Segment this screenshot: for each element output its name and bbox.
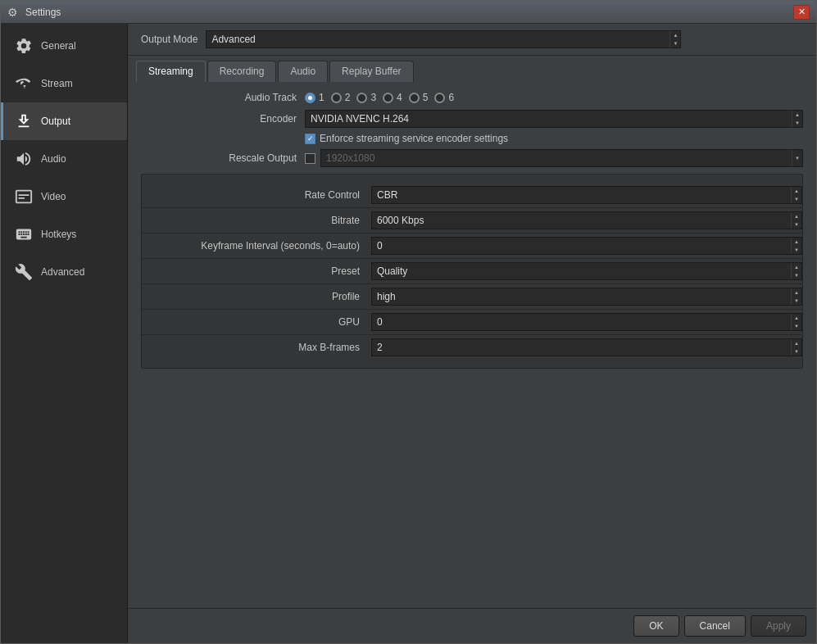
rate-up-icon: ▲ xyxy=(794,187,799,195)
preset-label: Preset xyxy=(142,265,371,277)
cancel-button[interactable]: Cancel xyxy=(684,615,746,637)
titlebar-icon: ⚙ xyxy=(7,6,20,19)
rescale-select[interactable]: 1920x1080 ▼ xyxy=(320,149,803,167)
bframes-input[interactable]: 2 xyxy=(372,342,791,353)
bitrate-down-btn[interactable]: ▼ xyxy=(792,220,801,229)
settings-box: Rate Control CBR ▲ ▼ Bitrate xyxy=(141,174,803,369)
tab-recording[interactable]: Recording xyxy=(207,61,277,82)
enforce-checkbox[interactable] xyxy=(305,134,315,144)
track-6-option[interactable]: 6 xyxy=(434,92,454,103)
titlebar: ⚙ Settings ✕ xyxy=(1,1,816,24)
sidebar-item-label-audio: Audio xyxy=(41,153,66,165)
enforce-label: Enforce streaming service encoder settin… xyxy=(320,133,508,144)
rescale-label: Rescale Output xyxy=(141,152,305,164)
bitrate-spinner[interactable]: 6000 Kbps ▲ ▼ xyxy=(371,211,802,229)
keyframe-spinner[interactable]: 0 ▲ ▼ xyxy=(371,237,802,255)
bottom-bar: OK Cancel Apply xyxy=(128,608,816,643)
track-1-label: 1 xyxy=(319,92,325,103)
profile-row: Profile high ▲ ▼ xyxy=(142,284,802,310)
content-area: Output Mode Advanced ▲ ▼ Streaming Recor… xyxy=(128,24,816,643)
preset-select[interactable]: Quality ▲ ▼ xyxy=(371,262,802,280)
rescale-checkbox[interactable] xyxy=(305,153,315,164)
encoder-down-icon: ▼ xyxy=(795,119,800,127)
sidebar-item-hotkeys[interactable]: Hotkeys xyxy=(1,215,127,253)
gpu-label: GPU xyxy=(142,316,371,328)
keyframe-spinner-btns: ▲ ▼ xyxy=(791,238,801,254)
preset-down-icon: ▼ xyxy=(794,271,799,279)
preset-value: Quality xyxy=(372,265,791,277)
rate-control-select[interactable]: CBR ▲ ▼ xyxy=(371,186,802,204)
tab-audio[interactable]: Audio xyxy=(278,61,328,82)
settings-panel: Audio Track 1 2 3 xyxy=(128,82,816,608)
sidebar-item-label-advanced: Advanced xyxy=(41,266,84,278)
encoder-select[interactable]: NVIDIA NVENC H.264 ▲ ▼ xyxy=(305,110,803,128)
bframes-up-btn[interactable]: ▲ xyxy=(792,339,801,347)
track-2-radio[interactable] xyxy=(331,93,342,103)
keyframe-input[interactable]: 0 xyxy=(372,240,791,252)
keyframe-down-btn[interactable]: ▼ xyxy=(792,246,801,254)
stream-icon xyxy=(15,75,33,93)
keyframe-up-btn[interactable]: ▲ xyxy=(792,238,801,246)
rate-control-arrows: ▲ ▼ xyxy=(791,187,801,203)
sidebar-item-video[interactable]: Video xyxy=(1,178,127,215)
track-3-option[interactable]: 3 xyxy=(356,92,376,103)
preset-up-icon: ▲ xyxy=(794,263,799,271)
output-icon xyxy=(15,112,33,130)
output-mode-select[interactable]: Advanced ▲ ▼ xyxy=(206,30,681,48)
track-3-radio[interactable] xyxy=(356,93,367,103)
audio-icon xyxy=(15,150,33,168)
track-4-option[interactable]: 4 xyxy=(383,92,402,103)
tab-streaming[interactable]: Streaming xyxy=(136,61,206,82)
gpu-input[interactable]: 0 xyxy=(372,316,791,328)
bitrate-input[interactable]: 6000 Kbps xyxy=(372,215,791,226)
gpu-down-btn[interactable]: ▼ xyxy=(792,322,801,330)
track-4-radio[interactable] xyxy=(383,93,393,103)
sidebar-item-label-output: Output xyxy=(41,116,70,127)
encoder-up-icon: ▲ xyxy=(795,111,800,119)
profile-select[interactable]: high ▲ ▼ xyxy=(371,288,802,306)
rate-control-value: CBR xyxy=(372,189,791,201)
track-options: 1 2 3 4 xyxy=(305,92,454,103)
track-6-radio[interactable] xyxy=(434,93,445,103)
sidebar-item-stream[interactable]: Stream xyxy=(1,65,127,102)
profile-up-icon: ▲ xyxy=(794,288,799,297)
keyboard-icon xyxy=(15,225,33,243)
gpu-spinner[interactable]: 0 ▲ ▼ xyxy=(371,313,802,331)
sidebar-item-advanced[interactable]: Advanced xyxy=(1,253,127,291)
titlebar-title: Settings xyxy=(25,7,793,18)
track-6-label: 6 xyxy=(448,92,454,103)
profile-down-icon: ▼ xyxy=(794,297,799,305)
encoder-label: Encoder xyxy=(141,113,305,125)
profile-label: Profile xyxy=(142,291,371,302)
bitrate-up-btn[interactable]: ▲ xyxy=(792,212,801,220)
sidebar-item-output[interactable]: Output xyxy=(1,102,127,140)
output-mode-arrows: ▲ ▼ xyxy=(669,31,680,48)
bframes-spinner[interactable]: 2 ▲ ▼ xyxy=(371,338,802,356)
track-2-option[interactable]: 2 xyxy=(331,92,351,103)
apply-button[interactable]: Apply xyxy=(751,615,806,637)
output-mode-label: Output Mode xyxy=(141,34,197,45)
track-5-option[interactable]: 5 xyxy=(409,92,429,103)
bframes-spinner-btns: ▲ ▼ xyxy=(791,339,801,356)
rescale-placeholder: 1920x1080 xyxy=(321,152,792,164)
wrench-icon xyxy=(15,263,33,281)
tab-replay-buffer[interactable]: Replay Buffer xyxy=(329,61,414,82)
settings-window: ⚙ Settings ✕ General Stream xyxy=(0,0,817,644)
sidebar-item-audio[interactable]: Audio xyxy=(1,140,127,178)
track-1-option[interactable]: 1 xyxy=(305,92,325,103)
preset-arrows: ▲ ▼ xyxy=(791,263,801,279)
enforce-checkbox-row[interactable]: Enforce streaming service encoder settin… xyxy=(141,133,803,144)
track-5-radio[interactable] xyxy=(409,93,420,103)
gpu-up-btn[interactable]: ▲ xyxy=(792,314,801,322)
sidebar-item-general[interactable]: General xyxy=(1,27,127,65)
encoder-row: Encoder NVIDIA NVENC H.264 ▲ ▼ xyxy=(141,110,803,128)
track-1-radio[interactable] xyxy=(305,93,315,103)
ok-button[interactable]: OK xyxy=(633,615,679,637)
rate-control-label: Rate Control xyxy=(142,189,371,201)
close-button[interactable]: ✕ xyxy=(793,5,810,20)
rate-control-row: Rate Control CBR ▲ ▼ xyxy=(142,183,802,208)
bframes-down-btn[interactable]: ▼ xyxy=(792,347,801,356)
sidebar-item-label-general: General xyxy=(41,40,76,52)
gear-icon xyxy=(15,37,33,55)
rescale-arrows: ▼ xyxy=(792,150,802,166)
